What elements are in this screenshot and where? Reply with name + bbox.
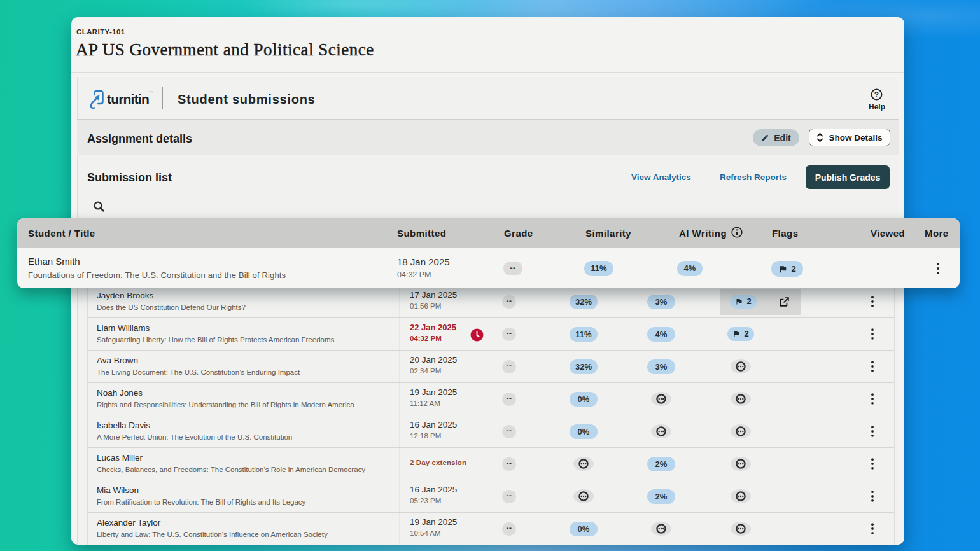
svg-text:?: ? [874,90,879,99]
